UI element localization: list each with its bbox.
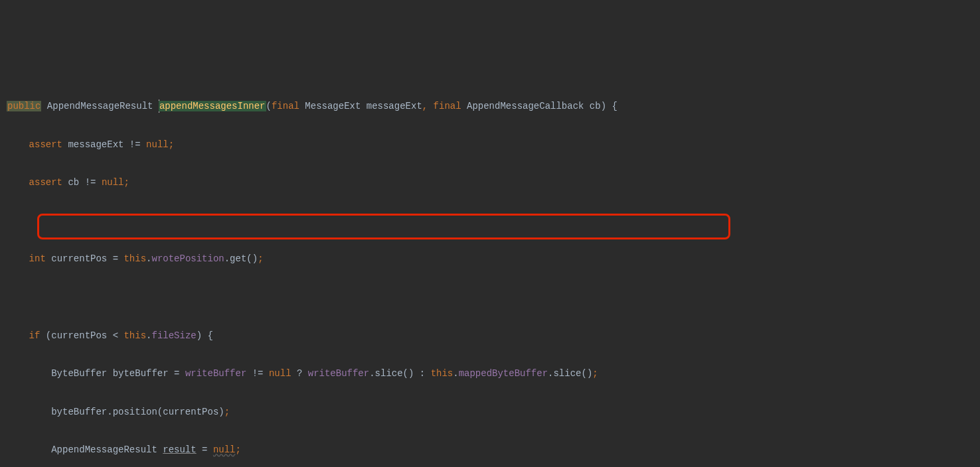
- code-line: [0, 212, 980, 231]
- code-line: if (currentPos < this.fileSize) {: [0, 326, 980, 346]
- code-line: byteBuffer.position(currentPos);: [0, 403, 980, 422]
- code-editor[interactable]: public AppendMessageResult appendMessage…: [0, 78, 980, 467]
- code-line: AppendMessageResult result = null;: [0, 440, 980, 460]
- code-line: int currentPos = this.wrotePosition.get(…: [0, 249, 980, 269]
- code-line: assert messageExt != null;: [0, 135, 980, 155]
- code-line: ByteBuffer byteBuffer = writeBuffer != n…: [0, 364, 980, 383]
- code-line: public AppendMessageResult appendMessage…: [0, 97, 980, 116]
- code-line: [0, 288, 980, 307]
- keyword-public: public: [7, 101, 41, 111]
- method-name: appendMessagesInner: [159, 101, 266, 111]
- code-line: assert cb != null;: [0, 173, 980, 192]
